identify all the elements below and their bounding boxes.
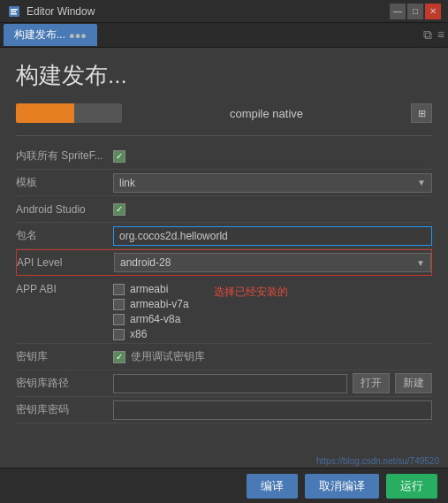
form-scroll-area: 构建发布... compile native ⊞ 内联所有 SpriteF... xyxy=(0,48,448,468)
cancel-button[interactable]: 取消编译 xyxy=(305,474,379,499)
package-name-label: 包名 xyxy=(16,228,113,243)
abi-checkbox-armeabi-v7a[interactable] xyxy=(113,299,125,310)
form-section: 内联所有 SpriteF... 模板 link ▼ xyxy=(16,135,432,423)
keystore-path-input[interactable] xyxy=(113,374,347,393)
keystore-password-row: 密钥库密码 xyxy=(16,397,432,423)
sprite-frame-checkbox[interactable] xyxy=(113,150,125,163)
abi-checkbox-arm64-v8a[interactable] xyxy=(113,314,125,325)
window-title: Editor Window xyxy=(27,5,390,18)
tab-bar: 构建发布... ●●● ⧉ ≡ xyxy=(0,23,448,48)
template-arrow-icon: ▼ xyxy=(417,178,426,187)
api-level-control: android-28 ▼ xyxy=(114,253,431,272)
app-abi-row: APP ABI armeabi armeabi-v7a xyxy=(16,276,432,344)
abi-list: armeabi armeabi-v7a arm64-v8a xyxy=(113,283,189,340)
android-studio-checkbox[interactable] xyxy=(113,203,125,216)
app-abi-control: armeabi armeabi-v7a arm64-v8a xyxy=(113,283,432,340)
progress-bar-inner xyxy=(16,103,74,123)
maximize-button[interactable]: □ xyxy=(407,4,423,19)
template-row: 模板 link ▼ xyxy=(16,170,432,196)
abi-hint: 选择已经安装的 xyxy=(214,283,288,300)
abi-label-armeabi-v7a: armeabi-v7a xyxy=(130,298,189,310)
keystore-password-label: 密钥库密码 xyxy=(16,402,113,417)
keystore-control: 使用调试密钥库 xyxy=(113,349,432,364)
android-studio-control xyxy=(113,203,432,216)
close-button[interactable]: ✕ xyxy=(425,4,441,19)
abi-label-x86: x86 xyxy=(130,328,147,340)
keystore-label: 密钥库 xyxy=(16,349,113,364)
abi-checkbox-x86[interactable] xyxy=(113,329,125,340)
abi-label-arm64-v8a: arm64-v8a xyxy=(130,313,180,325)
progress-icon-symbol: ⊞ xyxy=(418,108,426,119)
title-bar: Editor Window — □ ✕ xyxy=(0,0,448,23)
template-label: 模板 xyxy=(16,175,113,190)
sprite-frame-control xyxy=(113,150,432,163)
page-title: 构建发布... xyxy=(16,60,432,91)
progress-icon-button[interactable]: ⊞ xyxy=(411,103,432,123)
keystore-path-row: 密钥库路径 打开 新建 xyxy=(16,370,432,397)
app-icon xyxy=(7,4,21,19)
keystore-path-label: 密钥库路径 xyxy=(16,376,113,391)
android-studio-label: Android Studio xyxy=(16,203,113,216)
active-tab[interactable]: 构建发布... ●●● xyxy=(4,24,97,46)
package-name-control xyxy=(113,226,432,246)
new-button[interactable]: 新建 xyxy=(395,373,432,393)
keystore-row: 密钥库 使用调试密钥库 xyxy=(16,344,432,370)
svg-rect-1 xyxy=(11,9,18,11)
api-level-select[interactable]: android-28 ▼ xyxy=(114,253,431,272)
abi-item-armeabi: armeabi xyxy=(113,283,189,295)
abi-item-x86: x86 xyxy=(113,328,189,340)
keystore-debug-row: 使用调试密钥库 xyxy=(113,349,432,364)
package-name-input[interactable] xyxy=(113,226,432,246)
tab-actions: ⧉ ≡ xyxy=(423,27,444,42)
sprite-frame-label: 内联所有 SpriteF... xyxy=(16,149,113,164)
browse-button[interactable]: 打开 xyxy=(353,373,390,393)
abi-label-armeabi: armeabi xyxy=(130,283,168,295)
template-select[interactable]: link ▼ xyxy=(113,173,432,193)
sprite-frame-row: 内联所有 SpriteF... xyxy=(16,143,432,170)
api-level-arrow-icon: ▼ xyxy=(416,258,425,268)
api-level-value: android-28 xyxy=(120,256,171,269)
window-controls: — □ ✕ xyxy=(390,4,441,19)
template-control: link ▼ xyxy=(113,173,432,193)
keystore-path-control: 打开 新建 xyxy=(113,373,432,393)
app-abi-label: APP ABI xyxy=(16,283,113,295)
api-level-row: API Level android-28 ▼ xyxy=(16,249,432,276)
menu-icon[interactable]: ≡ xyxy=(437,27,444,42)
template-value: link xyxy=(119,177,135,189)
keystore-password-input[interactable] xyxy=(113,400,432,420)
api-level-label: API Level xyxy=(17,256,114,269)
abi-checkbox-armeabi[interactable] xyxy=(113,284,125,295)
run-button[interactable]: 运行 xyxy=(386,474,437,499)
abi-item-armeabi-v7a: armeabi-v7a xyxy=(113,298,189,310)
android-studio-row: Android Studio xyxy=(16,196,432,223)
copy-icon[interactable]: ⧉ xyxy=(423,27,432,42)
tab-label: 构建发布... xyxy=(14,27,65,42)
svg-rect-2 xyxy=(11,11,16,12)
minimize-button[interactable]: — xyxy=(390,4,406,19)
abi-item-arm64-v8a: arm64-v8a xyxy=(113,313,189,325)
keystore-debug-label: 使用调试密钥库 xyxy=(131,349,205,364)
keystore-password-control xyxy=(113,400,432,420)
compile-button[interactable]: 编译 xyxy=(247,474,298,499)
path-row: 打开 新建 xyxy=(113,373,432,393)
keystore-debug-checkbox[interactable] xyxy=(113,351,125,363)
progress-label: compile native xyxy=(129,107,404,120)
svg-rect-3 xyxy=(11,13,17,15)
package-name-row: 包名 xyxy=(16,223,432,249)
progress-area: compile native ⊞ xyxy=(16,103,432,123)
progress-bar-outer xyxy=(16,103,122,123)
bottom-bar: 编译 取消编译 运行 xyxy=(0,468,448,503)
watermark: https://blog.csdn.net/su/749520 xyxy=(316,456,439,466)
